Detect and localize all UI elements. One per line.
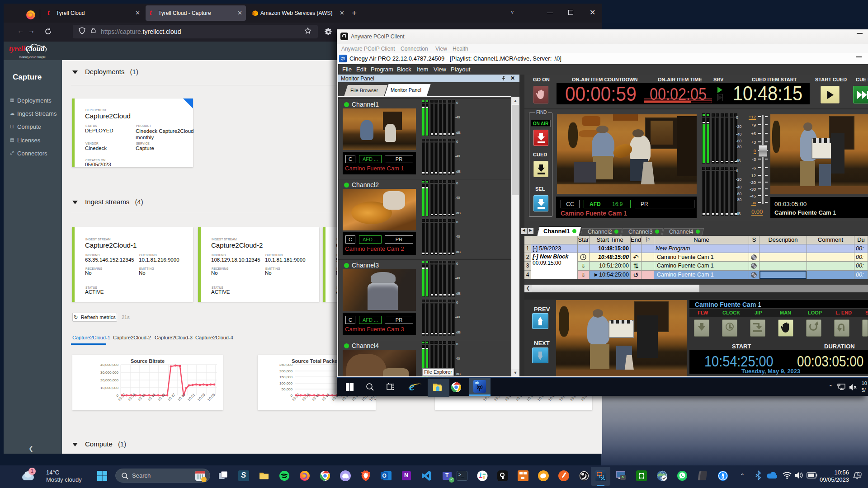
svg-text:10:43: 10:43: [147, 393, 156, 402]
svg-text:150,000: 150,000: [279, 375, 292, 379]
svg-text:250,000: 250,000: [279, 363, 292, 367]
svg-text:10,000,000: 10,000,000: [100, 386, 119, 390]
svg-text:z: z: [859, 473, 860, 476]
svg-text:10:43: 10:43: [321, 393, 330, 402]
svg-text:100,000: 100,000: [279, 381, 292, 385]
svg-text:10:37: 10:37: [291, 393, 301, 402]
svg-text:10:49: 10:49: [177, 393, 186, 402]
svg-text:10:45: 10:45: [157, 393, 166, 402]
svg-text:10:41: 10:41: [137, 393, 146, 402]
svg-text:50,000: 50,000: [282, 387, 293, 391]
svg-text:10:39: 10:39: [127, 393, 137, 402]
svg-text:0: 0: [117, 394, 119, 398]
svg-text:10:41: 10:41: [311, 393, 321, 402]
svg-text:30,000,000: 30,000,000: [100, 371, 119, 375]
svg-text:20,000,000: 20,000,000: [100, 378, 119, 382]
svg-text:10:53: 10:53: [197, 393, 206, 402]
svg-text:10:51: 10:51: [187, 393, 196, 402]
svg-text:200,000: 200,000: [279, 369, 292, 373]
svg-text:10:37: 10:37: [117, 393, 127, 402]
svg-text:10:39: 10:39: [301, 393, 311, 402]
svg-text:0: 0: [291, 394, 293, 398]
svg-text:40,000,000: 40,000,000: [100, 363, 119, 367]
svg-text:10:55: 10:55: [207, 393, 216, 402]
